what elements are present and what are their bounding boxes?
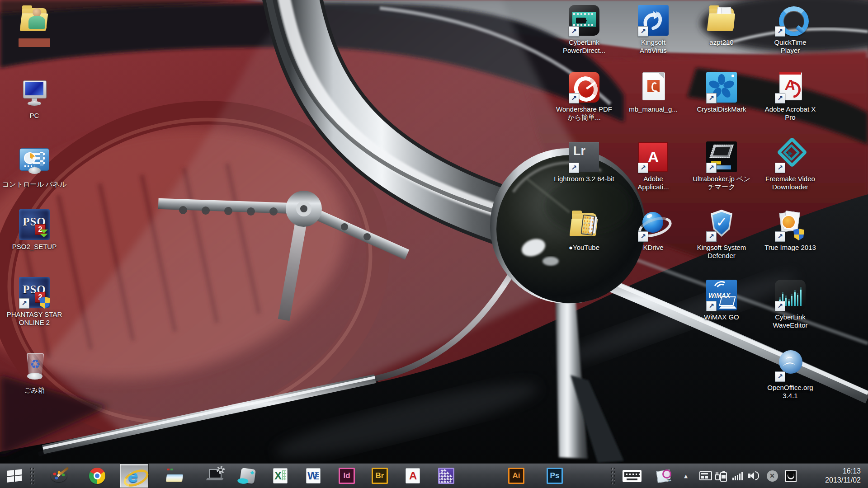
icon-label: QuickTime Player — [765, 38, 816, 55]
pso2-shield-icon: PSO2 — [18, 276, 51, 309]
taskbar-indesign-button[interactable]: Id — [333, 464, 360, 488]
taskbar-clock[interactable]: 16:13 2013/11/02 — [801, 464, 861, 488]
desktop-icon-azpt210[interactable]: azpt210 — [688, 4, 755, 47]
desktop-icon-openoffice[interactable]: OpenOffice.org 3.4.1 — [756, 349, 824, 400]
shortcut-arrow-icon — [569, 26, 579, 37]
desktop-icon-pso2-setup[interactable]: PSO2 PSO2_SETUP — [0, 208, 68, 251]
start-button[interactable] — [0, 464, 29, 488]
taskbar-acrobat-button[interactable]: A — [399, 464, 426, 488]
icon-label: Kingsoft AntiVirus — [628, 38, 679, 55]
adobe-icon: A — [637, 140, 670, 174]
control-panel-icon — [18, 145, 51, 179]
ultrabooker-icon — [705, 140, 738, 174]
taskbar-media-encoder-button[interactable] — [433, 464, 460, 488]
grip-dots-icon — [610, 467, 617, 485]
shortcut-arrow-icon — [706, 231, 717, 242]
icon-label: CrystalDiskMark — [697, 105, 746, 113]
speaker-icon — [748, 471, 759, 480]
desktop-icon-waveeditor[interactable]: CyberLink WaveEditor — [756, 278, 824, 329]
acrobat-reader-icon: A — [406, 468, 420, 483]
tray-ime[interactable] — [783, 464, 799, 488]
taskbar: e X W Id Br A Ai Ps — [0, 463, 868, 488]
taskbar-snipping-tool-button[interactable]: ✂ — [651, 464, 678, 488]
taskbar-photoshop-button[interactable]: Ps — [541, 464, 568, 488]
icon-label: Freemake Video Downloader — [760, 175, 821, 191]
taskbar-chrome-button[interactable] — [84, 464, 111, 488]
taskbar-paint-button[interactable] — [45, 464, 72, 488]
taskbar-excel-button[interactable]: X — [267, 464, 294, 488]
taskbar-photodirector-button[interactable] — [234, 464, 261, 488]
x-circle-icon: × — [767, 470, 778, 482]
taskbar-grip[interactable] — [28, 464, 37, 488]
icon-label: Wondershare PDFから簡単... — [554, 105, 614, 122]
shortcut-arrow-icon — [706, 93, 717, 103]
desktop-icon-youtube-folder[interactable]: ●YouTube — [550, 209, 618, 252]
tray-disabled[interactable]: × — [764, 464, 780, 488]
desktop-icon-pc[interactable]: PC — [0, 77, 68, 120]
desktop-icon-adobe-application[interactable]: A Adobe Applicati... — [619, 140, 687, 191]
taskbar-system-tool-button[interactable] — [201, 464, 228, 488]
desktop-icon-crystaldiskmark[interactable]: CrystalDiskMark — [688, 70, 755, 113]
icon-label: Lightroom 3.2 64-bit — [554, 175, 614, 183]
desktop: PC コントロール パネル PSO2 PSO2_SETUP PSO2 PHANT… — [0, 0, 868, 488]
windows-logo-icon — [7, 469, 22, 482]
wimax-icon: WiMAX — [705, 278, 738, 312]
taskbar-touch-keyboard-button[interactable] — [618, 464, 646, 488]
icon-label: Ultrabooker.jp ベンチマーク — [691, 175, 752, 191]
taskbar-illustrator-button[interactable]: Ai — [503, 464, 530, 488]
shortcut-arrow-icon — [775, 301, 785, 311]
wondershare-icon — [567, 70, 601, 104]
icon-label: Adobe Acrobat X Pro — [760, 105, 821, 122]
tray-power[interactable] — [713, 464, 729, 488]
folder-icon — [705, 4, 738, 37]
snipping-tool-icon: ✂ — [657, 469, 672, 482]
desktop-icon-recycle-bin[interactable]: ♻ ごみ箱 — [0, 352, 68, 394]
desktop-icon-control-panel[interactable]: コントロール パネル — [0, 145, 68, 188]
icon-label: PC — [30, 112, 39, 120]
taskbar-internet-explorer-button[interactable]: e — [120, 464, 149, 488]
desktop-icon-kingsoft-antivirus[interactable]: Kingsoft AntiVirus — [619, 4, 687, 55]
icon-label: ごみ箱 — [24, 386, 45, 394]
desktop-icon-acrobat-x-pro[interactable]: A Adobe Acrobat X Pro — [756, 70, 824, 122]
desktop-icon-wimax-go[interactable]: WiMAX WiMAX GO — [688, 278, 755, 321]
tray-volume[interactable] — [745, 464, 762, 488]
tray-display-dock[interactable] — [698, 464, 713, 488]
chrome-icon — [89, 468, 105, 484]
desktop-icon-ultrabooker[interactable]: Ultrabooker.jp ベンチマーク — [688, 140, 755, 191]
taskbar-bridge-button[interactable]: Br — [366, 464, 393, 488]
icon-label: mb_manual_g... — [629, 105, 678, 113]
clock-time: 16:13 — [801, 467, 861, 476]
photoshop-icon: Ps — [547, 468, 563, 484]
desktop-icon-kingsoft-system-defender[interactable]: ✓ Kingsoft System Defender — [688, 209, 755, 260]
indesign-icon: Id — [339, 468, 355, 484]
desktop-icon-user-folder[interactable] — [0, 4, 68, 48]
icon-label: CyberLink WaveEditor — [760, 313, 821, 329]
tray-show-hidden-button[interactable]: ▲ — [681, 464, 691, 488]
icon-label: KDrive — [643, 244, 663, 252]
taskbar-word-button[interactable]: W — [300, 464, 327, 488]
taskbar-grip-2[interactable] — [609, 464, 618, 488]
tray-network[interactable] — [729, 464, 745, 488]
desktop-icon-freemake[interactable]: Freemake Video Downloader — [756, 140, 824, 191]
shortcut-arrow-icon — [569, 93, 579, 103]
brush-icon — [57, 467, 69, 477]
desktop-icon-quicktime[interactable]: QuickTime Player — [756, 4, 824, 55]
shortcut-arrow-icon — [569, 163, 579, 173]
desktop-icon-kdrive[interactable]: KDrive — [619, 209, 687, 252]
shortcut-arrow-icon — [706, 163, 717, 173]
desktop-icon-lightroom[interactable]: Lr Lightroom 3.2 64-bit — [550, 140, 618, 183]
shortcut-arrow-icon — [19, 298, 29, 309]
shortcut-arrow-icon — [775, 93, 785, 103]
desktop-icon-wondershare-pdf[interactable]: Wondershare PDFから簡単... — [550, 70, 618, 122]
desktop-icon-cyberlink-powerdirector[interactable]: CyberLink PowerDirect... — [550, 4, 618, 55]
taskbar-file-explorer-button[interactable] — [160, 464, 188, 488]
kdrive-globe-icon — [637, 209, 670, 242]
bridge-icon: Br — [372, 468, 388, 484]
desktop-icon-mb-manual[interactable]: mb_manual_g... — [619, 70, 687, 113]
desktop-icon-phantasy-star-online-2[interactable]: PSO2 PHANTASY STAR ONLINE 2 — [0, 276, 68, 327]
icon-label: PSO2_SETUP — [12, 243, 57, 251]
desktop-icon-true-image[interactable]: True Image 2013 — [756, 209, 824, 252]
acrobat-icon: A — [774, 70, 807, 104]
signal-bars-icon — [732, 471, 743, 480]
file-explorer-icon — [165, 469, 183, 483]
